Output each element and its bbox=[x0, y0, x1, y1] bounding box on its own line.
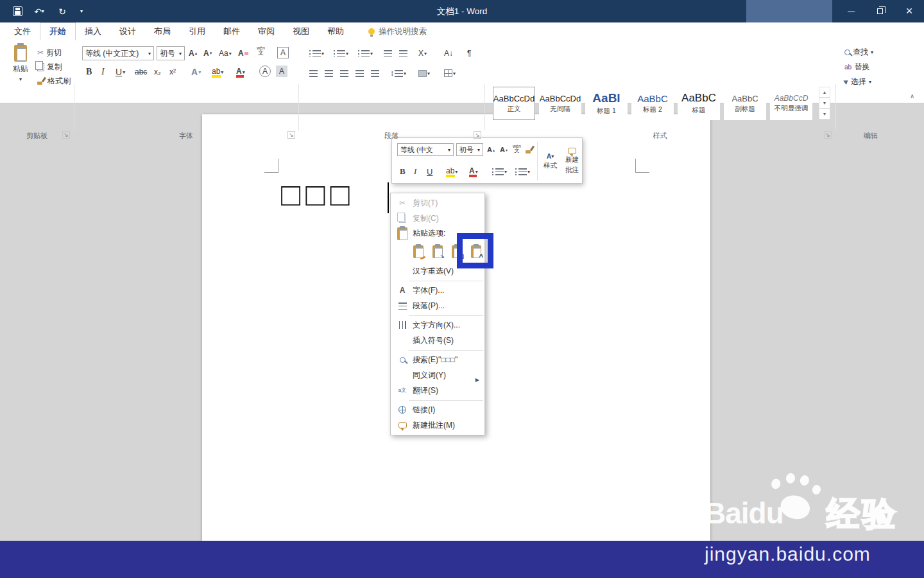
mini-grow-font-button[interactable]: A▴ bbox=[487, 144, 495, 155]
align-left-button[interactable] bbox=[309, 67, 318, 80]
tab-view[interactable]: 视图 bbox=[284, 22, 318, 40]
context-menu-item-synonyms[interactable]: 同义词(Y) ▶ bbox=[391, 367, 484, 383]
font-size-combo[interactable]: 初号▾ bbox=[157, 46, 185, 60]
highlight-annotation-box bbox=[457, 233, 493, 268]
shrink-font-button[interactable]: A▾ bbox=[203, 47, 212, 60]
styles-gallery-up[interactable]: ▴ bbox=[819, 87, 830, 98]
tab-mailings[interactable]: 邮件 bbox=[214, 22, 249, 40]
close-button[interactable]: × bbox=[894, 0, 924, 22]
mini-new-comment-button[interactable]: 新建 批注 bbox=[561, 141, 583, 182]
style-card-subtle-emphasis[interactable]: AaBbCcD 不明显强调 bbox=[770, 87, 812, 120]
styles-gallery-more[interactable]: ▾ bbox=[819, 109, 830, 119]
mini-phonetic-guide-button[interactable]: 初号 wén 文 bbox=[513, 144, 521, 155]
align-right-button[interactable] bbox=[340, 67, 348, 80]
tab-home[interactable]: 开始 bbox=[40, 22, 76, 40]
collapse-ribbon-button[interactable]: ∧ bbox=[910, 92, 914, 100]
mini-shrink-font-button[interactable]: A▾ bbox=[500, 144, 508, 155]
mini-bullets-button[interactable]: ▾ bbox=[492, 165, 507, 178]
replace-button[interactable]: ab 替换 bbox=[844, 60, 869, 73]
mini-font-color-button[interactable]: A▾ bbox=[469, 165, 478, 178]
style-card-subtitle[interactable]: AaBbC 副标题 bbox=[724, 87, 766, 120]
clipboard-dialog-launcher[interactable]: ↘ bbox=[62, 131, 70, 139]
mini-underline-button[interactable]: U bbox=[427, 165, 432, 178]
tell-me-search[interactable]: 操作说明搜索 bbox=[368, 22, 427, 40]
bold-button[interactable]: B bbox=[86, 66, 92, 78]
paste-option-keep-source-formatting[interactable] bbox=[410, 242, 427, 261]
grow-font-button[interactable]: A▴ bbox=[189, 47, 197, 60]
distribute-button[interactable] bbox=[371, 67, 379, 80]
style-card-title[interactable]: AaBbC 标题 bbox=[678, 87, 720, 120]
mini-highlight-button[interactable]: ab▾ bbox=[446, 165, 458, 178]
change-case-button[interactable]: Aa▾ bbox=[219, 47, 232, 60]
tab-help[interactable]: 帮助 bbox=[318, 22, 353, 40]
style-card-heading1[interactable]: AaBl 标题 1 bbox=[585, 87, 628, 120]
italic-button[interactable]: I bbox=[101, 66, 105, 78]
style-card-no-spacing[interactable]: AaBbCcDd 无间隔 bbox=[539, 87, 581, 120]
bullets-button[interactable]: ▾ bbox=[309, 47, 324, 60]
align-center-button[interactable] bbox=[325, 67, 333, 80]
mini-format-painter-button[interactable] bbox=[526, 144, 533, 155]
font-color-button[interactable]: A▾ bbox=[236, 66, 245, 78]
context-menu-item-search[interactable]: 搜索(E)"□□□" bbox=[391, 352, 484, 367]
increase-indent-button[interactable] bbox=[399, 47, 407, 60]
tab-file[interactable]: 文件 bbox=[5, 22, 40, 40]
context-menu-item-translate[interactable]: a文 翻译(S) bbox=[391, 383, 484, 398]
minimize-button[interactable]: ─ bbox=[837, 0, 866, 22]
style-card-heading2[interactable]: AaBbC 标题 2 bbox=[631, 87, 674, 120]
shading-button[interactable]: ▾ bbox=[418, 67, 430, 80]
styles-dialog-launcher[interactable]: ↘ bbox=[824, 131, 832, 139]
clear-formatting-button[interactable]: A bbox=[238, 47, 248, 60]
format-painter-button[interactable]: 格式刷 bbox=[37, 74, 71, 87]
context-menu-item-new-comment[interactable]: 新建批注(M) bbox=[391, 417, 484, 433]
tab-review[interactable]: 审阅 bbox=[249, 22, 284, 40]
context-menu-item-link[interactable]: 链接(I) bbox=[391, 402, 484, 417]
style-card-normal[interactable]: AaBbCcDd 正文 bbox=[493, 87, 535, 120]
line-spacing-button[interactable]: ↕▾ bbox=[390, 67, 406, 80]
tab-insert[interactable]: 插入 bbox=[76, 22, 110, 40]
mini-styles-button[interactable]: A▾ 样式 bbox=[540, 141, 561, 182]
asian-layout-button[interactable]: X▾ bbox=[418, 47, 427, 60]
multilevel-list-button[interactable]: ▾ bbox=[358, 47, 373, 60]
superscript-button[interactable]: x² bbox=[169, 66, 176, 78]
show-marks-button[interactable]: ¶ bbox=[467, 47, 471, 60]
highlight-color-button[interactable]: ab▾ bbox=[212, 66, 223, 78]
mini-font-size-combo[interactable]: 初号▾ bbox=[456, 143, 483, 156]
styles-gallery-down[interactable]: ▾ bbox=[819, 98, 830, 109]
paragraph-dialog-launcher[interactable]: ↘ bbox=[474, 131, 481, 139]
select-button[interactable]: 选择▾ bbox=[844, 75, 871, 88]
borders-button[interactable]: ▾ bbox=[444, 67, 456, 80]
mini-bold-button[interactable]: B bbox=[400, 165, 406, 178]
restore-button[interactable] bbox=[866, 0, 894, 22]
justify-button[interactable] bbox=[355, 67, 364, 80]
tab-layout[interactable]: 布局 bbox=[145, 22, 180, 40]
context-menu-item-insert-symbol[interactable]: 插入符号(S) bbox=[391, 333, 484, 348]
mini-numbering-button[interactable]: ▾ bbox=[515, 165, 530, 178]
context-menu-item-paragraph[interactable]: 段落(P)... bbox=[391, 298, 484, 313]
font-dialog-launcher[interactable]: ↘ bbox=[287, 131, 295, 139]
underline-button[interactable]: U▾ bbox=[116, 66, 125, 78]
tab-references[interactable]: 引用 bbox=[180, 22, 214, 40]
tab-design[interactable]: 设计 bbox=[110, 22, 145, 40]
numbering-button[interactable]: ▾ bbox=[334, 47, 348, 60]
character-border-button[interactable]: A bbox=[277, 47, 289, 58]
mini-italic-button[interactable]: I bbox=[414, 165, 416, 178]
context-menu-item-font[interactable]: A 字体(F)... bbox=[391, 283, 484, 298]
sort-button[interactable]: A↓ bbox=[444, 47, 453, 60]
character-shading-button[interactable]: A bbox=[276, 66, 287, 77]
decrease-indent-button[interactable] bbox=[384, 47, 392, 60]
text-effects-button[interactable]: A▾ bbox=[191, 66, 201, 78]
find-button[interactable]: 查找▾ bbox=[844, 46, 873, 58]
strikethrough-button[interactable]: abc bbox=[135, 66, 147, 78]
enclose-characters-button[interactable]: A bbox=[259, 66, 271, 77]
phonetic-guide-button[interactable]: wén 文 bbox=[257, 44, 265, 57]
paste-option-merge-formatting[interactable]: ↘ bbox=[429, 242, 446, 261]
cut-button[interactable]: ✂ 剪切 bbox=[37, 46, 62, 59]
context-menu-item-cut[interactable]: ✂ 剪切(T) bbox=[391, 195, 484, 211]
paste-button[interactable]: 粘贴 ▾ bbox=[6, 45, 35, 82]
context-menu-item-copy[interactable]: 复制(C) bbox=[391, 211, 484, 226]
mini-font-name-combo[interactable]: 等线 (中文▾ bbox=[397, 143, 454, 156]
context-menu-item-text-direction[interactable]: 文字方向(X)... bbox=[391, 317, 484, 333]
subscript-button[interactable]: x₂ bbox=[154, 66, 161, 78]
font-name-combo[interactable]: 等线 (中文正文)▾ bbox=[82, 46, 154, 60]
copy-button[interactable]: 复制 bbox=[37, 60, 62, 73]
